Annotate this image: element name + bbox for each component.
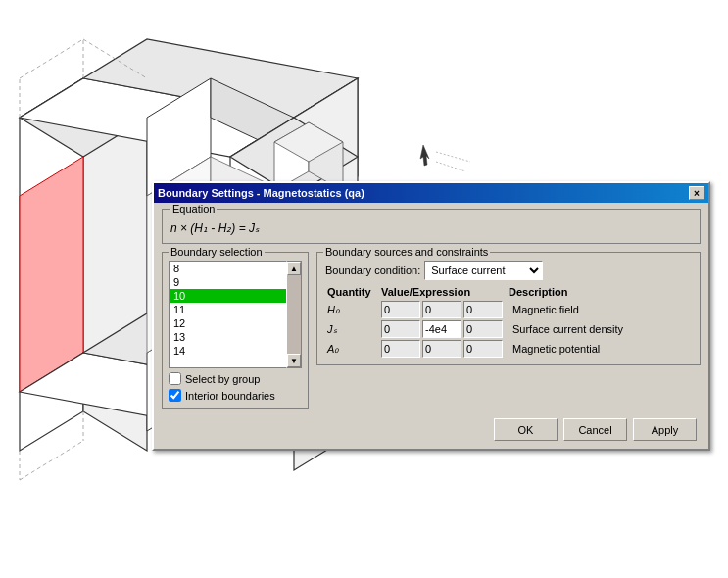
value-input-r0-c1[interactable] <box>422 301 461 318</box>
quantity-cell: H₀ <box>325 300 379 319</box>
boundary-condition-select[interactable]: Surface currentMagnetic insulationMagnet… <box>424 261 543 280</box>
value-input-r0-c0[interactable] <box>381 301 420 318</box>
description-cell: Magnetic field <box>507 300 692 319</box>
quantity-cell: Jₛ <box>325 319 379 339</box>
scroll-up-button[interactable]: ▲ <box>287 262 301 275</box>
dialog-title: Boundary Settings - Magnetostatics (qa) <box>158 187 364 199</box>
value-input-r2-c1[interactable] <box>422 340 461 358</box>
boundary-list[interactable]: 891011121314 <box>169 261 286 368</box>
list-item[interactable]: 12 <box>170 316 286 330</box>
apply-button[interactable]: Apply <box>633 418 697 441</box>
value-input-r1-c0[interactable] <box>381 320 420 338</box>
value-input-r2-c0[interactable] <box>381 340 420 358</box>
interior-boundaries-checkbox[interactable] <box>169 389 181 402</box>
table-row: JₛSurface current density <box>325 319 692 339</box>
col-quantity-header: Quantity <box>325 284 379 300</box>
svg-marker-4 <box>20 157 83 392</box>
value-input-r1-c1[interactable] <box>422 320 461 338</box>
boundary-sources-label: Boundary sources and constraints <box>323 246 490 258</box>
list-item[interactable]: 9 <box>170 275 286 289</box>
select-by-group-row: Select by group <box>169 372 302 385</box>
scroll-down-button[interactable]: ▼ <box>287 354 301 367</box>
list-item[interactable]: 8 <box>170 262 286 275</box>
list-item[interactable]: 13 <box>170 330 286 344</box>
list-item[interactable]: 11 <box>170 303 286 316</box>
dialog-content: Equation n × (H₁ - H₂) = Jₛ Boundary sel… <box>154 203 708 449</box>
value-cell <box>379 300 507 319</box>
button-row: OK Cancel Apply <box>162 418 701 441</box>
close-button[interactable]: × <box>689 186 704 200</box>
list-item[interactable]: 10 <box>170 289 286 303</box>
title-bar: Boundary Settings - Magnetostatics (qa) … <box>154 183 708 203</box>
scroll-track <box>287 275 301 354</box>
boundary-sources-panel: Boundary sources and constraints Boundar… <box>316 252 701 409</box>
constraints-table: Quantity Value/Expression Description H₀… <box>325 284 692 359</box>
col-description-header: Description <box>507 284 692 300</box>
quantity-cell: A₀ <box>325 339 379 359</box>
boundary-list-container: 891011121314 ▲ ▼ <box>169 261 302 368</box>
cancel-button[interactable]: Cancel <box>563 418 627 441</box>
description-cell: Surface current density <box>507 319 692 339</box>
value-input-r1-c2[interactable] <box>463 320 503 338</box>
select-by-group-checkbox[interactable] <box>169 372 181 385</box>
list-item[interactable]: 14 <box>170 344 286 358</box>
description-cell: Magnetic potential <box>507 339 692 359</box>
dialog-boundary-settings: Boundary Settings - Magnetostatics (qa) … <box>152 181 710 451</box>
boundary-selection-label: Boundary selection <box>169 246 265 258</box>
boundary-condition-label: Boundary condition: <box>325 265 420 276</box>
value-input-r0-c2[interactable] <box>463 301 503 318</box>
equation-section-label: Equation <box>170 203 217 215</box>
ok-button[interactable]: OK <box>494 418 558 441</box>
two-column-layout: Boundary selection 891011121314 ▲ ▼ <box>162 252 701 409</box>
value-input-r2-c2[interactable] <box>463 340 503 358</box>
interior-boundaries-label[interactable]: Interior boundaries <box>185 390 275 402</box>
boundary-condition-row: Boundary condition: Surface currentMagne… <box>325 261 692 280</box>
value-cell <box>379 339 507 359</box>
table-row: A₀Magnetic potential <box>325 339 692 359</box>
select-by-group-label[interactable]: Select by group <box>185 373 260 385</box>
equation-text: n × (H₁ - H₂) = Jₛ <box>170 219 692 237</box>
table-row: H₀Magnetic field <box>325 300 692 319</box>
value-cell <box>379 319 507 339</box>
col-value-header: Value/Expression <box>379 284 507 300</box>
boundary-scrollbar[interactable]: ▲ ▼ <box>286 261 302 368</box>
interior-boundaries-row: Interior boundaries <box>169 389 302 402</box>
boundary-selection-panel: Boundary selection 891011121314 ▲ ▼ <box>162 252 309 409</box>
